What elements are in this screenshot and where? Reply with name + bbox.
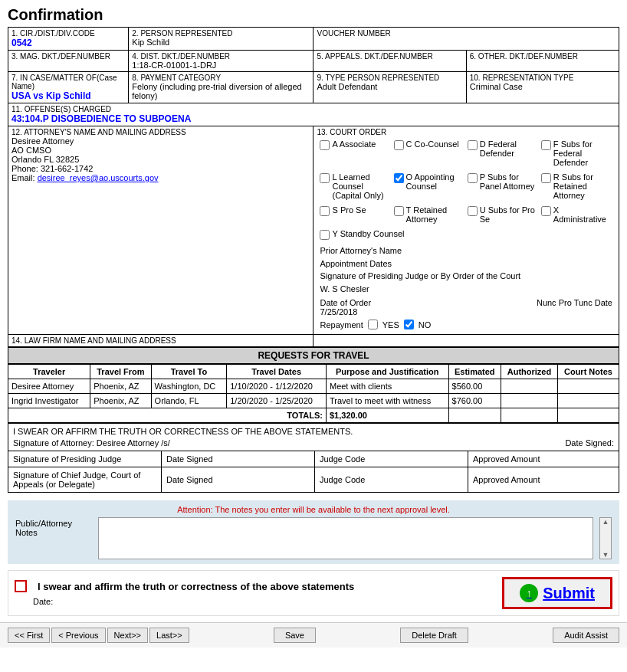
- checkbox-s-pro-se[interactable]: S Pro Se: [320, 205, 391, 224]
- attorney-name-label: 12. ATTORNEY'S NAME AND MAILING ADDRESS: [11, 128, 310, 136]
- swear-statement: I SWEAR OR AFFIRM THE TRUTH OR CORRECTNE…: [13, 427, 614, 436]
- prior-attorney-label: Prior Attorney's Name: [320, 244, 612, 257]
- save-button[interactable]: Save: [274, 628, 316, 643]
- table-row: Ingrid InvestigatorPhoenix, AZOrlando, F…: [8, 394, 619, 408]
- offense-value: 43:104.P DISOBEDIENCE TO SUBPOENA: [11, 113, 616, 124]
- cir-dist-div-value: 0542: [11, 38, 125, 48]
- attorney-email-link[interactable]: desiree_reyes@ao.uscourts.gov: [38, 173, 159, 182]
- dist-dkt-value: 1:18-CR-01001-1-DRJ: [132, 61, 310, 70]
- col-court-notes: Court Notes: [557, 365, 619, 379]
- attorney-email-prefix: Email:: [11, 173, 38, 182]
- col-traveler: Traveler: [8, 365, 90, 379]
- audit-assist-button[interactable]: Audit Assist: [553, 628, 619, 643]
- checkbox-a-associate[interactable]: A Associate: [320, 139, 391, 167]
- dist-dkt-label: 4. DIST. DKT./DEF.NUMBER: [132, 52, 310, 61]
- sig-chief-judge: Signature of Chief Judge, Court of Appea…: [8, 467, 162, 493]
- yes-label: YES: [382, 320, 399, 329]
- appointment-dates-label: Appointment Dates: [320, 257, 612, 270]
- no-label: NO: [419, 320, 432, 329]
- attorney-phone: Phone: 321-662-1742: [11, 164, 310, 173]
- col-authorized: Authorized: [501, 365, 558, 379]
- sig-presiding-judge: Signature of Presiding Judge: [8, 451, 162, 467]
- repayment-no-checkbox[interactable]: [404, 320, 414, 329]
- person-rep-value: Kip Schild: [132, 38, 310, 47]
- person-rep-label: 2. PERSON REPRESENTED: [132, 29, 310, 38]
- sig-date-signed-2: Date Signed: [162, 467, 315, 493]
- notes-scrollbar: ▲ ▼: [599, 517, 612, 559]
- case-name-value: USA vs Kip Schild: [11, 90, 125, 101]
- swear-checkbox[interactable]: [15, 580, 27, 592]
- other-dkt-label: 6. OTHER. DKT./DEF.NUMBER: [470, 52, 616, 61]
- checkbox-o-appointing[interactable]: O Appointing Counsel: [394, 172, 465, 200]
- type-person-label: 9. TYPE PERSON REPRESENTED: [317, 74, 462, 82]
- col-travel-to: Travel To: [151, 365, 227, 379]
- offense-label: 11. OFFENSE(S) CHARGED: [11, 105, 616, 113]
- voucher-label: VOUCHER NUMBER: [317, 29, 616, 38]
- next-button[interactable]: Next>>: [107, 628, 148, 643]
- col-travel-from: Travel From: [90, 365, 151, 379]
- notes-textarea[interactable]: [98, 517, 593, 559]
- attorney-org: AO CMSO: [11, 146, 310, 155]
- nunc-pro-tunc-label: Nunc Pro Tunc Date: [537, 298, 612, 307]
- mag-dkt-label: 3. MAG. DKT./DEF.NUMBER: [11, 52, 125, 61]
- rep-type-label: 10. REPRESENTATION TYPE: [470, 74, 616, 82]
- repayment-label: Repayment: [320, 320, 363, 329]
- totals-label: TOTALS:: [8, 408, 327, 423]
- checkbox-d-federal[interactable]: D Federal Defender: [468, 139, 539, 167]
- col-estimated: Estimated: [448, 365, 501, 379]
- type-person-value: Adult Defendant: [317, 82, 462, 91]
- appeals-dkt-label: 5. APPEALS. DKT./DEF.NUMBER: [317, 52, 462, 61]
- sig-judge-code-1: Judge Code: [315, 451, 468, 467]
- judge-name-value: W. S Chesler: [320, 283, 612, 296]
- table-row: Desiree AttorneyPhoenix, AZWashington, D…: [8, 379, 619, 394]
- lawfirm-label: 14. LAW FIRM NAME AND MAILING ADDRESS: [11, 336, 310, 345]
- attorney-name-value: Desiree Attorney: [11, 136, 310, 146]
- sig-judge-code-2: Judge Code: [315, 467, 468, 493]
- checkbox-p-subs[interactable]: P Subs for Panel Attorney: [468, 172, 539, 200]
- sig-date-signed-label: Date Signed:: [565, 438, 614, 447]
- first-button[interactable]: << First: [8, 628, 50, 643]
- checkbox-u-subs[interactable]: U Subs for Pro Se: [468, 205, 539, 224]
- checkbox-r-subs[interactable]: R Subs for Retained Attorney: [541, 172, 612, 200]
- date-order-label: Date of Order: [320, 298, 371, 307]
- checkbox-f-subs[interactable]: F Subs for Federal Defender: [541, 139, 612, 167]
- notes-label: Public/Attorney Notes: [15, 517, 92, 537]
- travel-section-header: REQUESTS FOR TRAVEL: [8, 347, 619, 364]
- page-title: Confirmation: [0, 0, 627, 27]
- checkbox-x-admin[interactable]: X Administrative: [541, 205, 612, 224]
- attorney-city: Orlando FL 32825: [11, 155, 310, 164]
- checkbox-c-co-counsel[interactable]: C Co-Counsel: [394, 139, 465, 167]
- delete-draft-button[interactable]: Delete Draft: [400, 628, 468, 643]
- swear-affirm-text: I swear and affirm the truth or correctn…: [38, 581, 354, 592]
- notes-warning: Attention: The notes you enter will be a…: [15, 505, 612, 514]
- signature-presiding-label: Signature of Presiding Judge or By Order…: [320, 270, 612, 283]
- date-order-value: 7/25/2018: [320, 307, 357, 316]
- checkbox-l-learned[interactable]: L Learned Counsel (Capital Only): [320, 172, 391, 200]
- sig-approved-amount-2: Approved Amount: [468, 467, 619, 493]
- date-label: Date:: [33, 597, 53, 606]
- submit-button[interactable]: ↑ Submit: [502, 577, 612, 609]
- col-purpose: Purpose and Justification: [326, 365, 448, 379]
- sig-date-signed-1: Date Signed: [162, 451, 315, 467]
- checkbox-y-standby[interactable]: Y Standby Counsel: [320, 229, 612, 240]
- sig-approved-amount-1: Approved Amount: [468, 451, 619, 467]
- rep-type-value: Criminal Case: [470, 82, 616, 91]
- cir-dist-div-label: 1. CIR./DIST./DIV.CODE: [11, 29, 125, 38]
- totals-estimated: $1,320.00: [326, 408, 448, 423]
- attorney-email-row: Email: desiree_reyes@ao.uscourts.gov: [11, 173, 310, 182]
- submit-icon: ↑: [520, 584, 538, 602]
- submit-label: Submit: [543, 585, 595, 602]
- bottom-nav: << First < Previous Next>> Last>> Save D…: [0, 622, 627, 647]
- last-button[interactable]: Last>>: [149, 628, 189, 643]
- court-order-label: 13. COURT ORDER: [317, 128, 616, 136]
- payment-cat-value: Felony (including pre-trial diversion of…: [132, 82, 310, 100]
- repayment-yes-checkbox[interactable]: [368, 320, 378, 329]
- case-name-label: 7. IN CASE/MATTER OF(Case Name): [11, 74, 125, 90]
- previous-button[interactable]: < Previous: [51, 628, 105, 643]
- col-travel-dates: Travel Dates: [227, 365, 327, 379]
- sig-attorney-label: Signature of Attorney: Desiree Attorney …: [13, 438, 170, 447]
- checkbox-t-retained[interactable]: T Retained Attorney: [394, 205, 465, 224]
- payment-cat-label: 8. PAYMENT CATEGORY: [132, 74, 310, 82]
